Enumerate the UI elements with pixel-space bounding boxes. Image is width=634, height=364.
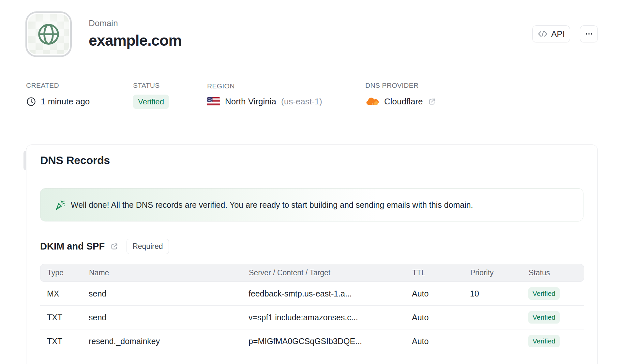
table-header-row: Type Name Server / Content / Target TTL …: [40, 264, 584, 282]
column-header-content: Server / Content / Target: [249, 268, 412, 277]
region-value: North Virginia (us-east-1): [207, 97, 322, 107]
column-header-status: Status: [529, 268, 577, 277]
dns-records-title: DNS Records: [40, 154, 110, 167]
clock-icon: [26, 97, 36, 107]
cell-ttl: Auto: [412, 313, 470, 322]
dns-provider-value[interactable]: Cloudflare: [365, 97, 436, 107]
dns-records-table: Type Name Server / Content / Target TTL …: [40, 264, 584, 353]
region-name: North Virginia: [225, 97, 276, 107]
dkim-spf-title: DKIM and SPF: [40, 241, 105, 252]
required-badge: Required: [127, 239, 169, 254]
external-link-icon[interactable]: [110, 242, 119, 251]
code-icon: [537, 30, 548, 38]
cell-content: v=spf1 include:amazonses.c...: [249, 313, 412, 322]
domain-avatar: [25, 11, 72, 57]
status-badge: Verified: [528, 287, 560, 300]
region-label: REGION: [207, 82, 235, 90]
cell-type: TXT: [47, 313, 89, 322]
dns-provider-name: Cloudflare: [384, 97, 423, 107]
external-link-icon[interactable]: [428, 97, 436, 106]
status-label: STATUS: [133, 82, 160, 89]
region-code: (us-east-1): [281, 97, 322, 107]
column-header-type: Type: [47, 268, 89, 277]
table-row: TXT send v=spf1 include:amazonses.c... A…: [40, 306, 584, 329]
created-label: CREATED: [26, 82, 59, 89]
cell-content: feedback-smtp.us-east-1.a...: [249, 289, 412, 298]
cell-name: send: [89, 289, 249, 298]
table-row: TXT resend._domainkey p=MIGfMA0GCSqGSIb3…: [40, 329, 584, 353]
cell-priority: 10: [470, 289, 528, 298]
more-options-button[interactable]: [580, 25, 598, 42]
cell-type: MX: [47, 289, 89, 298]
created-text: 1 minute ago: [41, 97, 90, 107]
api-button[interactable]: API: [532, 25, 570, 42]
status-badge: Verified: [133, 95, 169, 109]
avatar-checker-background: [28, 14, 69, 54]
status-badge: Verified: [528, 311, 560, 324]
cell-ttl: Auto: [412, 337, 470, 346]
page-eyebrow: Domain: [89, 18, 182, 28]
cell-name: resend._domainkey: [89, 337, 249, 346]
cell-ttl: Auto: [412, 289, 470, 298]
us-flag-icon: [207, 97, 220, 106]
domain-detail-page: Domain example.com API CREATED 1 min: [0, 0, 634, 364]
cell-type: TXT: [47, 337, 89, 346]
page-title: example.com: [89, 32, 182, 49]
status-badge: Verified: [528, 335, 560, 347]
cloudflare-icon: [365, 97, 380, 107]
ellipsis-icon: [585, 30, 593, 38]
dkim-spf-section-header: DKIM and SPF Required: [40, 239, 169, 254]
dns-records-card: DNS Records Well done! All the DNS recor…: [26, 144, 598, 364]
table-row: MX send feedback-smtp.us-east-1.a... Aut…: [40, 282, 584, 306]
banner-message: Well done! All the DNS records are verif…: [71, 200, 473, 210]
party-popper-icon: [54, 199, 66, 211]
column-header-ttl: TTL: [412, 268, 470, 277]
created-value: 1 minute ago: [26, 97, 90, 107]
status-value: Verified: [133, 95, 169, 109]
api-button-label: API: [551, 29, 565, 39]
column-header-name: Name: [89, 268, 249, 277]
cell-name: send: [89, 313, 249, 322]
verified-success-banner: Well done! All the DNS records are verif…: [40, 188, 583, 221]
cell-content: p=MIGfMA0GCSqGSIb3DQE...: [249, 337, 412, 346]
dns-provider-label: DNS PROVIDER: [365, 82, 418, 89]
column-header-priority: Priority: [470, 268, 529, 277]
globe-icon: [37, 23, 60, 46]
page-header: Domain example.com: [89, 18, 182, 49]
